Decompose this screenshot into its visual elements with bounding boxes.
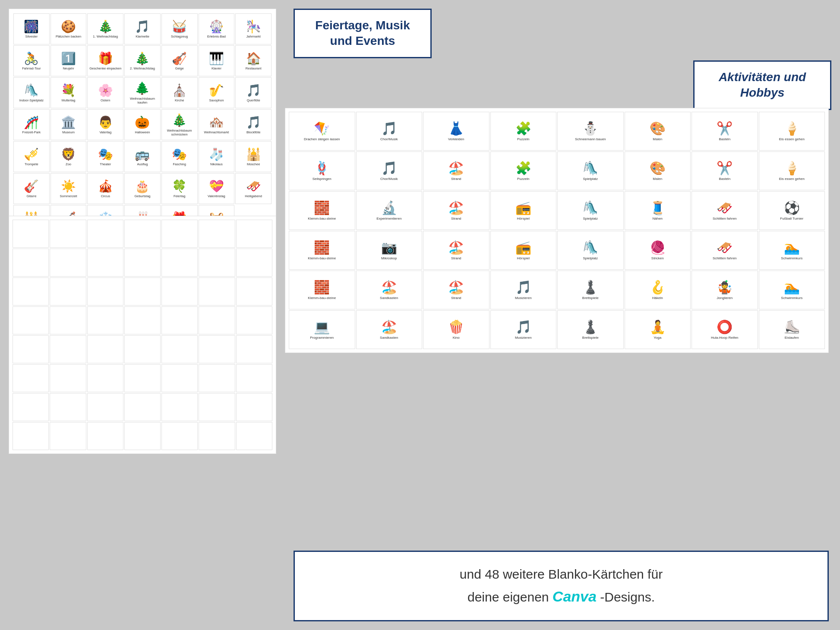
top-grid-cell: 🎃 Halloween bbox=[124, 109, 161, 140]
blank-cell bbox=[87, 422, 123, 450]
activity-label: Eislaufen bbox=[785, 336, 799, 340]
activity-label: Spielplatz bbox=[583, 256, 598, 261]
cell-label: Saxophon bbox=[209, 98, 224, 102]
activity-icon: ♟️ bbox=[582, 319, 598, 335]
activity-label: Brettspiele bbox=[582, 296, 599, 300]
top-grid-cell: 🎄 Weihnachtsbaum schmücken bbox=[161, 109, 198, 140]
top-grid-cell: 🎭 Theater bbox=[87, 141, 123, 172]
blank-cell bbox=[87, 393, 123, 421]
top-grid-cell: ☀️ Sommerzeit bbox=[51, 173, 87, 204]
activity-cell: 🏖️ Sandkasten bbox=[356, 310, 423, 349]
activity-label: Verkleiden bbox=[448, 137, 464, 142]
activity-label: Hula-Hoop Reifen bbox=[711, 336, 739, 340]
blank-cell bbox=[161, 335, 198, 363]
activity-icon: ✂️ bbox=[717, 121, 733, 136]
blank-cell bbox=[87, 277, 123, 306]
activity-label: Sandkasten bbox=[380, 296, 398, 300]
activity-cell: 📷 Mikroskop bbox=[356, 231, 423, 270]
cell-icon: 🎆 bbox=[24, 19, 39, 34]
cell-icon: 💝 bbox=[209, 179, 224, 194]
activity-cell: 🧩 Puzzeln bbox=[490, 151, 557, 190]
blank-cell bbox=[87, 306, 123, 334]
blank-cell bbox=[199, 277, 235, 306]
blank-cell bbox=[236, 220, 272, 248]
cell-label: Kirche bbox=[175, 98, 184, 102]
activity-label: Hörspiel bbox=[517, 256, 530, 261]
activity-label: Sandkasten bbox=[380, 336, 398, 340]
activity-icon: 🧩 bbox=[515, 161, 531, 176]
activity-icon: 🧱 bbox=[314, 240, 330, 255]
activity-cell: 📻 Hörspiel bbox=[490, 191, 557, 230]
cell-label: Geige bbox=[175, 66, 184, 70]
activity-cell: 🛷 Schlitten fahren bbox=[692, 231, 758, 270]
cell-label: Halloween bbox=[135, 130, 150, 134]
cell-label: Erlebnis-Bad bbox=[207, 35, 226, 38]
cell-label: Muttertag bbox=[62, 98, 76, 102]
activity-cell: 🎵 Chor/Musik bbox=[356, 112, 423, 151]
activity-label: Malen bbox=[653, 137, 662, 142]
cell-label: Zoo bbox=[66, 162, 71, 166]
activity-icon: 🎵 bbox=[515, 319, 531, 335]
blank-cell bbox=[13, 335, 49, 363]
blanko-line1: und 48 weitere Blanko-Kärtchen für bbox=[460, 567, 663, 581]
top-grid-cell: 🎄 2. Weihnachtstag bbox=[124, 45, 161, 76]
activity-cell: ⭕ Hula-Hoop Reifen bbox=[692, 310, 758, 349]
blank-cell bbox=[87, 364, 123, 392]
top-grid-cell: 🎢 Freizeit-Park bbox=[13, 109, 50, 140]
activity-icon: 🎵 bbox=[381, 161, 397, 176]
activity-label: Strand bbox=[451, 256, 461, 261]
top-grid-cell: 🍀 Feiertag bbox=[161, 173, 198, 204]
top-grid-cell: 🥁 Schlagzeug bbox=[161, 13, 198, 44]
cell-label: Klarinette bbox=[136, 35, 149, 38]
blank-cell bbox=[87, 220, 123, 248]
cell-icon: 🎭 bbox=[98, 147, 113, 162]
activities-grid: 🪁 Drachen steigen lassen 🎵 Chor/Musik 👗 … bbox=[289, 112, 825, 349]
activity-icon: 📻 bbox=[515, 200, 531, 216]
blank-cell bbox=[199, 220, 235, 248]
activity-cell: 🏖️ Strand bbox=[423, 231, 489, 270]
blank-cell bbox=[87, 249, 123, 277]
activity-label: Klemm-bau-steine bbox=[308, 256, 336, 261]
blank-cell bbox=[13, 364, 49, 392]
cell-icon: 🎠 bbox=[246, 19, 261, 34]
blank-cell bbox=[13, 277, 49, 306]
blank-cell bbox=[199, 422, 235, 450]
activity-cell: ♟️ Brettspiele bbox=[557, 271, 624, 309]
blank-cell bbox=[124, 277, 161, 306]
blanko-line3: -Designs. bbox=[600, 590, 655, 604]
blank-cell bbox=[50, 249, 86, 277]
cell-icon: 🎻 bbox=[172, 51, 187, 66]
cell-icon: 🎃 bbox=[135, 115, 150, 130]
cell-icon: 🎸 bbox=[24, 179, 39, 194]
top-grid-cell: 1️⃣ Neujahr bbox=[51, 45, 87, 76]
cell-label: Fahrrad-Tour bbox=[22, 66, 41, 70]
blank-cell bbox=[124, 306, 161, 334]
activity-icon: 🧶 bbox=[650, 240, 666, 255]
blanko-text: und 48 weitere Blanko-Kärtchen für deine… bbox=[308, 564, 815, 608]
activity-icon: 🏖️ bbox=[381, 319, 397, 335]
cell-icon: 🌲 bbox=[135, 81, 150, 96]
top-grid-cell: 🎠 Jahrmarkt bbox=[235, 13, 272, 44]
top-grid-cell: 🎵 Klarinette bbox=[124, 13, 161, 44]
activity-cell: 🧶 Stricken bbox=[625, 231, 691, 270]
feiertage-title: Feiertage, Musik und Events bbox=[303, 18, 422, 49]
activity-cell: 🏊 Schwimmkurs bbox=[759, 271, 825, 309]
blank-cell bbox=[124, 364, 161, 392]
activity-icon: ⛸️ bbox=[784, 319, 800, 335]
cell-label: Ostern bbox=[101, 98, 111, 102]
blank-card bbox=[9, 216, 276, 454]
activity-cell: 📻 Hörspiel bbox=[490, 231, 557, 270]
cell-label: Weihnachtsmarkt bbox=[204, 130, 229, 134]
top-grid-cell: 💐 Muttertag bbox=[51, 77, 87, 108]
activity-icon: 🏖️ bbox=[448, 280, 464, 295]
activity-label: Nähen bbox=[652, 217, 663, 221]
blank-cell bbox=[161, 393, 198, 421]
activity-label: Puzzeln bbox=[517, 177, 529, 181]
blank-cell bbox=[13, 422, 49, 450]
top-grid-cell: 🦁 Zoo bbox=[51, 141, 87, 172]
cell-label: Circus bbox=[101, 194, 110, 198]
feiertage-grid: 🎆 Silvester 🍪 Plätzchen backen 🎄 1. Weih… bbox=[13, 13, 272, 236]
activity-label: Programmieren bbox=[310, 336, 334, 340]
activity-cell: 🛝 Spielplatz bbox=[557, 151, 624, 190]
activity-cell: 🤹 Jonglieren bbox=[692, 271, 758, 309]
